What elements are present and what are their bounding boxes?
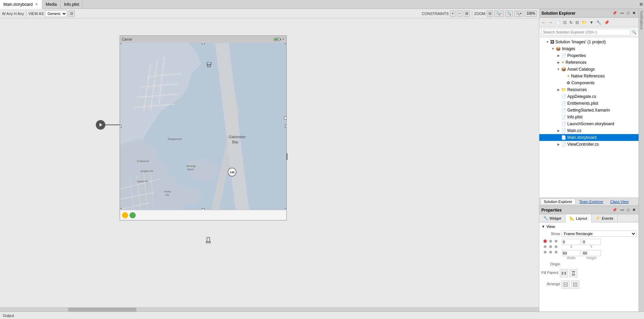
designer-canvas[interactable]: Carrier +	[0, 18, 539, 307]
se-collapse-btn[interactable]: ⊟	[574, 20, 580, 25]
tab-team-explorer[interactable]: Team Explorer	[576, 199, 606, 205]
se-close-icon[interactable]: ✕	[631, 11, 636, 16]
tree-item-references[interactable]: ▶ ✦ References	[539, 59, 639, 66]
svg-text:Jennings: Jennings	[186, 165, 196, 168]
se-settings-btn[interactable]: 🔧	[595, 20, 602, 25]
constraints-add-btn[interactable]: +	[450, 11, 455, 17]
tree-item-viewcontroller[interactable]: ▶ 📄 ViewController.cs	[539, 141, 639, 148]
anchor-tr[interactable]	[555, 240, 557, 243]
resize-handle-br[interactable]	[285, 208, 286, 210]
tab-info-plist[interactable]: Info.plist	[61, 0, 83, 9]
se-open-folder-btn[interactable]: 📁	[581, 20, 588, 25]
tab-solution-explorer[interactable]: Solution Explorer	[541, 199, 575, 205]
expand-resources-icon[interactable]: ▶	[556, 87, 561, 92]
show-select[interactable]: Frame Rectangle	[561, 231, 636, 237]
tree-item-info-plist[interactable]: 📄 Info.plist	[539, 114, 639, 120]
constraints-settings-btn[interactable]: ⊟	[464, 11, 470, 17]
anchor-ml[interactable]	[544, 245, 546, 248]
resize-handle-mr[interactable]	[285, 125, 286, 128]
vc-map-view[interactable]: 146 Galveston Bay Shipyard Dr N Shore Dr…	[120, 43, 286, 210]
anchor-bm[interactable]	[549, 251, 552, 253]
height-input[interactable]	[582, 250, 601, 256]
toolbar-right: CONSTRAINTS + − ⊟ ZOOM ⊡ 🔍− 🔍 🔍+ 100%	[422, 11, 537, 17]
props-minimize-icon[interactable]: —	[619, 207, 625, 213]
anchor-br[interactable]	[555, 251, 557, 253]
tab-class-view[interactable]: Class View	[607, 199, 632, 205]
view-toggle-btn[interactable]: ⊡	[69, 11, 75, 17]
expand-asset-catalogs-icon[interactable]: ▼	[556, 67, 561, 72]
se-minimize-icon[interactable]: —	[619, 11, 625, 16]
arrange-btn-1[interactable]	[561, 280, 570, 289]
tree-item-properties[interactable]: ▶ 📄 Properties	[539, 52, 639, 59]
anchor-tl[interactable]	[543, 240, 547, 243]
fill-parent-v-btn[interactable]	[569, 269, 578, 277]
resize-handle-bm[interactable]	[202, 208, 205, 210]
tree-item-launchscreen[interactable]: 📄 LaunchScreen.storyboard	[539, 120, 639, 127]
props-close-icon[interactable]: ✕	[631, 207, 636, 213]
close-main-storyboard-icon[interactable]: ✕	[34, 2, 39, 6]
tree-item-native-references[interactable]: ✦ Native References	[539, 73, 639, 79]
se-filter-btn[interactable]: ▼	[588, 20, 595, 25]
zoom-out-btn[interactable]: 🔍−	[494, 11, 504, 17]
constraints-remove-btn[interactable]: −	[457, 11, 462, 17]
properties-label: Properties	[567, 53, 586, 58]
zoom-in-btn[interactable]: 🔍+	[514, 11, 524, 17]
props-maximize-icon[interactable]: □	[626, 207, 630, 213]
tree-item-main-storyboard[interactable]: 📄 Main.storyboard	[539, 134, 639, 141]
se-refresh-btn[interactable]: ↻	[568, 20, 574, 25]
tree-item-resources[interactable]: ▶ 📁 Resources	[539, 86, 639, 93]
svg-text:Queen Rd: Queen Rd	[137, 180, 148, 183]
se-properties-btn[interactable]: 📄	[554, 20, 561, 25]
x-input[interactable]	[562, 239, 581, 245]
zoom-level-btn[interactable]: 100%	[525, 11, 537, 17]
se-maximize-icon[interactable]: □	[626, 11, 630, 16]
expand-properties-icon[interactable]: ▶	[556, 53, 561, 58]
expand-solution-icon[interactable]: ▼	[545, 39, 550, 45]
collapse-panel-icon[interactable]: ⊟	[640, 2, 643, 6]
zoom-fit-btn[interactable]: ⊡	[487, 11, 493, 17]
resources-label: Resources	[567, 87, 587, 92]
resize-handle-bl[interactable]	[120, 208, 121, 210]
bottom-scrollbar[interactable]	[0, 307, 539, 311]
anchor-mr[interactable]	[555, 245, 557, 248]
resize-handle-tr[interactable]	[285, 43, 286, 44]
expand-references-icon[interactable]: ▶	[556, 60, 561, 65]
resize-handle-tl[interactable]	[120, 43, 121, 44]
view-controller-frame[interactable]: Carrier +	[120, 35, 287, 220]
se-pin2-icon[interactable]: 📌	[603, 20, 610, 25]
se-back-btn[interactable]: ←	[541, 20, 547, 25]
width-input[interactable]	[562, 250, 581, 256]
tree-item-components[interactable]: ⚙ Components	[539, 79, 639, 86]
view-as-select[interactable]: Generic	[45, 10, 67, 17]
y-input[interactable]	[582, 239, 601, 245]
resize-handle-tm[interactable]	[202, 43, 205, 44]
anchor-mm[interactable]	[549, 245, 552, 248]
se-show-all-btn[interactable]: ⊡	[562, 20, 568, 25]
props-tab-layout[interactable]: 📐 Layout	[566, 214, 591, 222]
tree-item-asset-catalogs[interactable]: ▼ 📦 Asset Catalogs	[539, 66, 639, 73]
se-forward-btn[interactable]: →	[548, 20, 554, 25]
props-pin-icon[interactable]: 📌	[611, 207, 618, 213]
tree-item-appdelegate[interactable]: 📄 AppDelegate.cs	[539, 93, 639, 100]
fill-parent-h-btn[interactable]	[560, 269, 568, 277]
tree-item-getting-started[interactable]: 📄 GettingStarted.Xamarin	[539, 107, 639, 114]
tree-item-main-cs[interactable]: ▶ 📄 Main.cs	[539, 127, 639, 134]
view-section-expand-icon[interactable]: ▼	[541, 224, 545, 229]
anchor-tm[interactable]	[549, 240, 552, 243]
zoom-reset-btn[interactable]: 🔍	[505, 11, 513, 17]
expand-viewcontroller-icon[interactable]: ▶	[556, 142, 561, 147]
expand-main-cs-icon[interactable]: ▶	[556, 128, 561, 133]
props-tab-widget[interactable]: 🔧 Widget	[539, 214, 566, 222]
tree-item-entitlements[interactable]: 📄 Entitlements.plist	[539, 100, 639, 107]
se-pin-icon[interactable]: 📌	[611, 11, 618, 16]
se-search-input[interactable]	[541, 29, 630, 35]
tab-main-storyboard[interactable]: Main.storyboard ✕	[0, 0, 42, 9]
tree-item-images[interactable]: ▼ 📦 Images	[539, 45, 639, 52]
tree-item-solution[interactable]: ▼ 🖼 Solution 'Images' (1 project)	[539, 39, 639, 45]
anchor-bl[interactable]	[544, 251, 546, 253]
tab-media[interactable]: Media	[42, 0, 61, 9]
arrange-btn-2[interactable]	[571, 280, 579, 289]
resize-handle-ml[interactable]	[120, 125, 121, 128]
expand-images-icon[interactable]: ▼	[550, 46, 556, 52]
props-tab-events[interactable]: ⚡ Events	[591, 214, 618, 222]
